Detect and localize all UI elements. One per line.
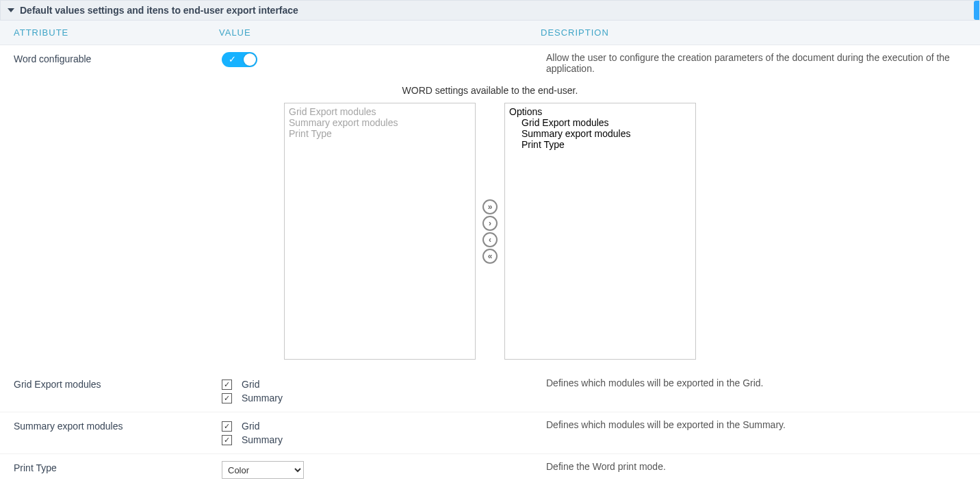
row-summary-export: Summary export modules ✓ Grid ✓ Summary … bbox=[0, 412, 980, 454]
desc-grid-export: Defines which modules will be exported i… bbox=[546, 377, 972, 388]
settings-caption: WORD settings available to the end-user. bbox=[0, 81, 980, 96]
list-item[interactable]: Grid Export modules bbox=[289, 106, 471, 117]
checkbox-summary-export-summary[interactable]: ✓ bbox=[222, 435, 232, 445]
panel-title: Default values settings and itens to end… bbox=[20, 5, 298, 16]
toggle-knob bbox=[244, 53, 256, 66]
label-print-type: Print Type bbox=[14, 461, 219, 473]
panel-header[interactable]: Default values settings and itens to end… bbox=[0, 0, 980, 21]
available-listbox[interactable]: Grid Export modules Summary export modul… bbox=[284, 103, 476, 360]
selected-listbox[interactable]: Options Grid Export modules Summary expo… bbox=[504, 103, 696, 360]
checkmark-icon: ✓ bbox=[229, 54, 236, 64]
desc-summary-export: Defines which modules will be exported i… bbox=[546, 419, 972, 430]
checkbox-label: Grid bbox=[242, 419, 259, 433]
move-right-button[interactable]: › bbox=[482, 216, 498, 231]
move-all-right-button[interactable]: » bbox=[482, 199, 498, 214]
toggle-word-configurable[interactable]: ✓ bbox=[222, 52, 257, 67]
active-tab-indicator bbox=[974, 1, 979, 20]
list-item[interactable]: Summary export modules bbox=[289, 117, 471, 128]
row-print-type: Print Type Color Define the Word print m… bbox=[0, 454, 980, 485]
move-all-left-button[interactable]: « bbox=[482, 249, 498, 264]
header-description: DESCRIPTION bbox=[541, 27, 972, 38]
checkbox-label: Summary bbox=[242, 433, 283, 447]
list-item[interactable]: Print Type bbox=[289, 128, 471, 139]
list-item[interactable]: Summary export modules bbox=[509, 128, 691, 139]
column-headers-row: ATTRIBUTE VALUE DESCRIPTION bbox=[0, 21, 980, 45]
desc-print-type: Define the Word print mode. bbox=[546, 461, 972, 472]
row-grid-export: Grid Export modules ✓ Grid ✓ Summary Def… bbox=[0, 371, 980, 412]
transfer-buttons: » › ‹ « bbox=[482, 103, 498, 360]
header-attribute: ATTRIBUTE bbox=[14, 27, 219, 38]
checkbox-label: Grid bbox=[242, 377, 259, 391]
select-print-type[interactable]: Color bbox=[222, 461, 304, 479]
label-grid-export: Grid Export modules bbox=[14, 377, 219, 390]
label-summary-export: Summary export modules bbox=[14, 419, 219, 432]
checkbox-label: Summary bbox=[242, 391, 283, 405]
list-item[interactable]: Print Type bbox=[509, 139, 691, 150]
move-left-button[interactable]: ‹ bbox=[482, 232, 498, 247]
row-word-configurable: Word configurable ✓ Allow the user to co… bbox=[0, 45, 980, 81]
list-group[interactable]: Options bbox=[509, 106, 691, 117]
checkbox-grid-export-summary[interactable]: ✓ bbox=[222, 393, 232, 403]
collapse-caret-icon bbox=[8, 8, 14, 12]
header-value: VALUE bbox=[219, 27, 541, 38]
checkbox-summary-export-grid[interactable]: ✓ bbox=[222, 421, 232, 432]
label-word-configurable: Word configurable bbox=[14, 52, 219, 64]
list-item[interactable]: Grid Export modules bbox=[509, 117, 691, 128]
desc-word-configurable: Allow the user to configure the creation… bbox=[546, 52, 972, 74]
checkbox-grid-export-grid[interactable]: ✓ bbox=[222, 380, 232, 390]
dual-listbox: Grid Export modules Summary export modul… bbox=[0, 96, 980, 371]
